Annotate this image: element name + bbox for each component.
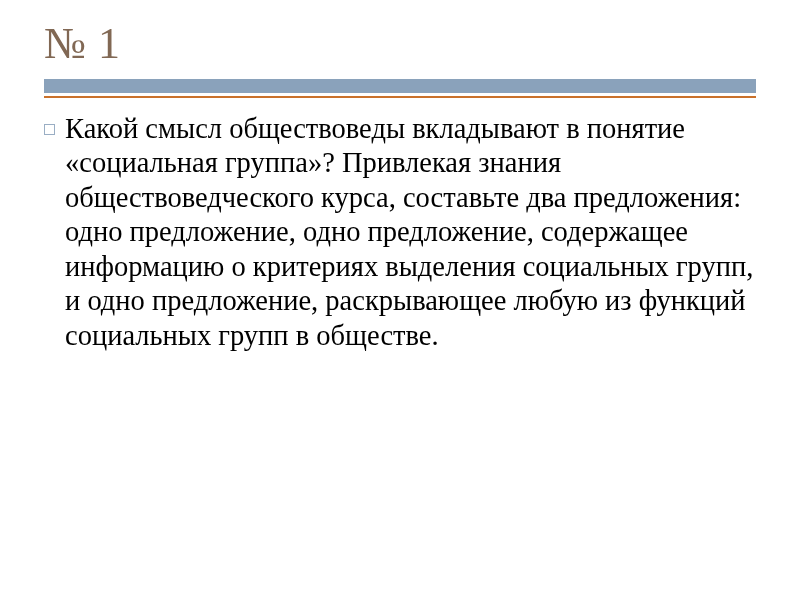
- divider-group: [44, 79, 756, 98]
- slide-title: № 1: [44, 18, 756, 69]
- body: Какой смысл обществоведы вкладывают в по…: [44, 112, 756, 353]
- body-text: Какой смысл обществоведы вкладывают в по…: [65, 112, 756, 353]
- slide: № 1 Какой смысл обществоведы вкладывают …: [0, 0, 800, 600]
- divider-thick: [44, 79, 756, 93]
- divider-thin: [44, 96, 756, 98]
- bullet-square-icon: [44, 124, 55, 135]
